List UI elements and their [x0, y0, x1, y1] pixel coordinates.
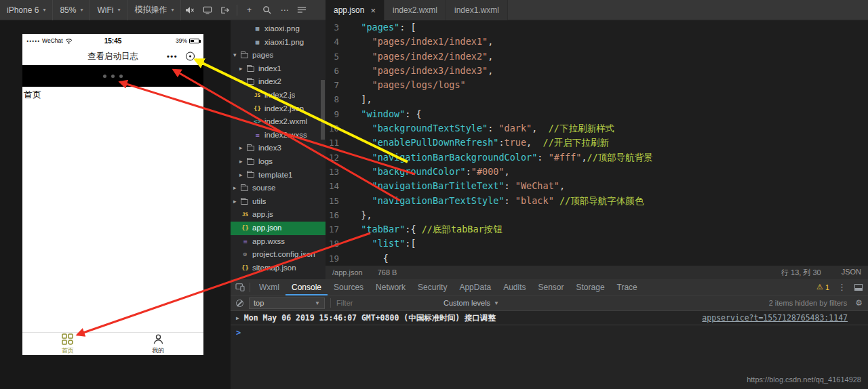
tabbar-mine[interactable]: 我的	[113, 333, 204, 355]
zoom-select[interactable]: 85% ▾	[53, 0, 90, 20]
file-tab-index2.wxml[interactable]: index2.wxml	[384, 0, 446, 20]
code-line-8[interactable]: 8 ],	[326, 92, 868, 106]
tabbar-home-label: 首页	[62, 346, 74, 355]
tree-item-sourse[interactable]: ▸sourse	[231, 182, 326, 195]
devtools-tab-console[interactable]: Console	[285, 279, 328, 295]
devtools-tab-storage[interactable]: Storage	[570, 279, 611, 295]
devtools-tab-network[interactable]: Network	[370, 279, 412, 295]
loading-dot-icon	[103, 75, 106, 78]
device-select[interactable]: iPhone 6 ▾	[0, 0, 53, 20]
tree-item-project.config.json[interactable]: ⚙project.config.json	[231, 248, 326, 262]
network-select[interactable]: WiFi ▾	[90, 0, 127, 20]
image-file-icon: ▦	[252, 22, 262, 36]
kebab-menu-icon[interactable]: ⋮	[837, 282, 846, 292]
json-file-icon: {}	[240, 262, 250, 275]
close-icon[interactable]: ×	[370, 6, 376, 15]
tree-item-app.wxss[interactable]: ≡app.wxss	[231, 235, 326, 249]
console-toolbar: top ▼ Custom levels ▼ 2 items hidden by …	[231, 295, 868, 311]
carrier-info: ●●●●● WeChat	[26, 37, 73, 44]
tree-item-index2.wxss[interactable]: ≡index2.wxss	[231, 129, 326, 142]
code-line-5[interactable]: 5 "pages/index2/index2",	[326, 49, 868, 64]
console-prompt-row[interactable]: >	[231, 325, 868, 340]
code-line-15[interactable]: 15 "navigationBarTextStyle": "black" //顶…	[326, 194, 868, 208]
exit-screen-icon[interactable]	[216, 0, 234, 20]
tree-item-utils[interactable]: ▸utils	[231, 195, 326, 209]
statusbar-language-mode[interactable]: JSON	[842, 268, 861, 278]
tree-item-index2.js[interactable]: JSindex2.js	[231, 89, 326, 102]
chevron-right-icon: ▸	[239, 142, 246, 155]
devtools-tab-wxml[interactable]: Wxml	[253, 279, 285, 295]
more-icon[interactable]: ⋯	[275, 0, 293, 20]
tabbar-home[interactable]: 首页	[22, 333, 113, 355]
code-line-4[interactable]: 4 "pages/index1/index1",	[326, 35, 868, 49]
search-icon[interactable]	[258, 0, 275, 20]
compile-list-icon[interactable]	[293, 0, 311, 20]
code-line-17[interactable]: 17 "tabBar":{ //底部tabBar按钮	[326, 222, 868, 237]
code-line-3[interactable]: 3 "pages": [	[326, 20, 868, 35]
devtools-tab-appdata[interactable]: AppData	[453, 279, 497, 295]
battery-icon	[189, 39, 199, 43]
inspect-device-icon[interactable]	[231, 283, 250, 291]
config-file-icon: ⚙	[240, 248, 250, 262]
statusbar-cursor-position[interactable]: 行 13, 列 30	[781, 268, 821, 278]
code-line-14[interactable]: 14 "navigationBarTitleText": "WeChat",	[326, 179, 868, 193]
screen-icon[interactable]	[199, 0, 216, 20]
log-levels-select[interactable]: Custom levels ▼	[443, 299, 499, 307]
code-line-12[interactable]: 12 "navigationBarBackgroundColor": "#fff…	[326, 150, 868, 165]
tree-item-xiaoxi1.png[interactable]: ▦xiaoxi1.png	[231, 36, 326, 49]
code-line-9[interactable]: 9 "window": {	[326, 107, 868, 121]
drawer-toggle-icon[interactable]	[854, 284, 863, 291]
tree-item-sitemap.json[interactable]: {}sitemap.json	[231, 262, 326, 275]
tree-item-xiaoxi.png[interactable]: ▦xiaoxi.png	[231, 22, 326, 36]
code-line-7[interactable]: 7 "pages/logs/logs"	[326, 78, 868, 92]
line-number: 6	[326, 64, 350, 78]
add-icon[interactable]: +	[240, 0, 258, 20]
devtools-tab-sources[interactable]: Sources	[328, 279, 370, 295]
device-select-label: iPhone 6	[7, 5, 39, 15]
tree-item-index2[interactable]: ▾index2	[231, 75, 326, 89]
devtools-tab-trace[interactable]: Trace	[611, 279, 644, 295]
console-source-link[interactable]: appservice?t=1557128765483:1147	[702, 313, 863, 323]
file-tab-app.json[interactable]: app.json×	[326, 0, 384, 20]
gear-icon[interactable]: ⚙	[855, 298, 863, 308]
chevron-down-icon: ▾	[239, 75, 246, 89]
console-filter-input[interactable]	[336, 298, 438, 308]
tree-item-app.js[interactable]: JSapp.js	[231, 208, 326, 222]
devtools-tab-security[interactable]: Security	[412, 279, 453, 295]
folder-icon	[241, 199, 248, 205]
devtools-tab-sensor[interactable]: Sensor	[532, 279, 570, 295]
tree-item-index2.wxml[interactable]: <>index2.wxml	[231, 115, 326, 129]
explorer-scrollbar[interactable]	[321, 80, 325, 140]
warning-count: 1	[825, 283, 829, 291]
code-line-19[interactable]: 19 {	[326, 251, 868, 266]
folder-icon	[247, 66, 254, 72]
file-tab-index1.wxml[interactable]: index1.wxml	[446, 0, 508, 20]
context-select[interactable]: top ▼	[249, 298, 325, 309]
tree-item-template1[interactable]: ▸template1	[231, 169, 326, 182]
exit-circle-button[interactable]	[186, 52, 195, 61]
tree-item-logs[interactable]: ▸logs	[231, 155, 326, 169]
code-editor[interactable]: 3 "pages": [4 "pages/index1/index1",5 "p…	[326, 20, 868, 266]
code-line-18[interactable]: 18 "list":[	[326, 237, 868, 251]
chevron-right-icon: ▸	[239, 62, 246, 76]
menu-dots-button[interactable]: •••	[167, 52, 178, 60]
warning-badge[interactable]: ⚠ 1	[816, 283, 829, 291]
code-line-16[interactable]: 16 },	[326, 208, 868, 222]
tree-item-pages[interactable]: ▾pages	[231, 49, 326, 62]
code-line-11[interactable]: 11 "enablePullDownRefresh":true, //开启下拉刷…	[326, 136, 868, 150]
simulate-actions-select[interactable]: 模拟操作 ▾	[127, 0, 181, 20]
mute-icon[interactable]	[181, 0, 199, 20]
tree-item-index1[interactable]: ▸index1	[231, 62, 326, 76]
json-file-icon: {}	[252, 102, 262, 116]
code-line-13[interactable]: 13 "backgroundColor":"#000",	[326, 165, 868, 179]
mini-program-title: 查看启动日志	[87, 51, 138, 62]
devtools-tab-audits[interactable]: Audits	[497, 279, 532, 295]
battery-status: 39%	[176, 37, 199, 44]
clear-console-icon[interactable]	[236, 300, 243, 307]
tree-item-app.json[interactable]: {}app.json	[231, 222, 326, 235]
code-line-10[interactable]: 10 "backgroundTextStyle": "dark", //下拉刷新…	[326, 121, 868, 136]
code-line-6[interactable]: 6 "pages/index3/index3",	[326, 64, 868, 78]
expand-triangle-icon[interactable]: ▶	[236, 315, 239, 321]
tree-item-index3[interactable]: ▸index3	[231, 142, 326, 155]
tree-item-index2.json[interactable]: {}index2.json	[231, 102, 326, 116]
